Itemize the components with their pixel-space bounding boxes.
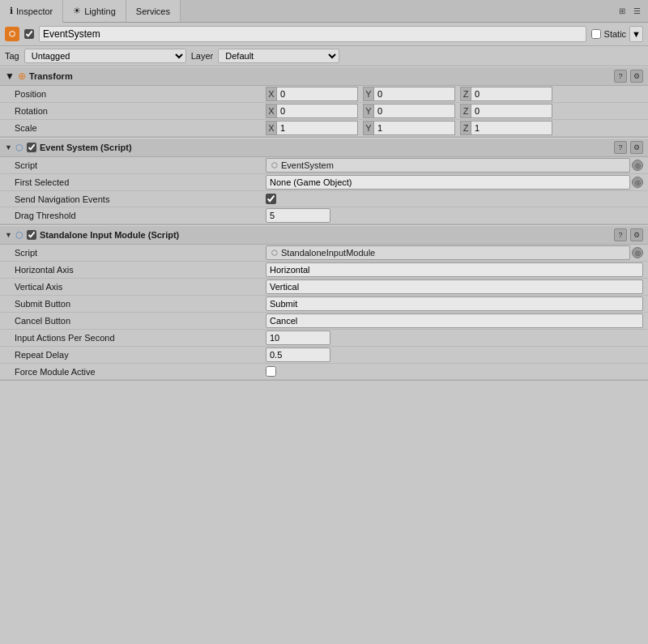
standalone-icon: ⬡ [15, 230, 23, 241]
horizontal-axis-label: Horizontal Axis [15, 265, 266, 275]
layer-select[interactable]: Default [218, 49, 339, 63]
standalone-settings-btn[interactable]: ⚙ [630, 228, 643, 241]
tag-select[interactable]: Untagged [24, 49, 186, 63]
pos-x-input[interactable] [277, 87, 358, 101]
vertical-axis-label: Vertical Axis [15, 282, 266, 292]
event-system-component: ▼ ⬡ Event System (Script) ? ⚙ Script ⬡ E… [0, 138, 648, 225]
pos-z-input[interactable] [471, 87, 552, 101]
repeat-delay-row: Repeat Delay [0, 347, 648, 364]
input-actions-row: Input Actions Per Second [0, 330, 648, 347]
event-system-title: Event System (Script) [40, 143, 611, 152]
submit-button-row: Submit Button [0, 296, 648, 313]
scale-z-input[interactable] [471, 121, 552, 135]
tag-layer-row: Tag Untagged Layer Default [0, 46, 648, 66]
standalone-script-value: StandaloneInputModule [281, 248, 375, 258]
input-actions-input[interactable] [266, 331, 330, 345]
standalone-input-component: ▼ ⬡ Standalone Input Module (Script) ? ⚙… [0, 225, 648, 381]
event-script-label: Script [15, 160, 266, 170]
first-selected-input[interactable] [266, 175, 630, 190]
first-selected-select-btn[interactable]: ◎ [632, 177, 643, 188]
event-script-select-btn[interactable]: ◎ [632, 160, 643, 171]
force-module-checkbox[interactable] [266, 366, 276, 377]
scale-xyz: X Y Z [266, 121, 643, 135]
inspector-scroll: ▼ ⊕ Transform ? ⚙ Position X Y Z Rotatio… [0, 66, 648, 642]
event-script-icon: ⬡ [271, 161, 278, 169]
toolbar: ⬡ Static ▼ [0, 23, 648, 46]
rotation-xyz: X Y Z [266, 104, 643, 118]
submit-button-input[interactable] [266, 296, 643, 311]
object-active-checkbox[interactable] [24, 29, 34, 39]
rot-x-label: X [266, 104, 277, 118]
standalone-script-label: Script [15, 248, 266, 258]
scale-y-input[interactable] [374, 121, 455, 135]
input-actions-label: Input Actions Per Second [15, 333, 266, 343]
transform-doc-btn[interactable]: ? [614, 70, 627, 83]
vertical-axis-input[interactable] [266, 279, 643, 294]
event-system-settings-btn[interactable]: ⚙ [630, 141, 643, 154]
tab-services[interactable]: Services [126, 0, 181, 22]
event-system-doc-btn[interactable]: ? [614, 141, 627, 154]
repeat-delay-label: Repeat Delay [15, 350, 266, 360]
transform-component: ▼ ⊕ Transform ? ⚙ Position X Y Z Rotatio… [0, 66, 648, 138]
tag-label: Tag [5, 51, 19, 61]
cancel-button-input[interactable] [266, 313, 643, 328]
tab-bar: ℹ Inspector ☀ Lighting Services ⊞ ☰ [0, 0, 648, 23]
bottom-area: Add Component 🔍 ✕ Search ⬡ GazeInputModu… [0, 381, 648, 583]
tab-inspector-label: Inspector [16, 6, 53, 16]
layout-icon[interactable]: ⊞ [616, 5, 628, 17]
lighting-icon: ☀ [73, 6, 81, 16]
static-dropdown-btn[interactable]: ▼ [629, 26, 643, 42]
rot-z-label: Z [460, 104, 471, 118]
standalone-checkbox[interactable] [27, 230, 36, 240]
drag-threshold-row: Drag Threshold [0, 207, 648, 224]
send-nav-checkbox[interactable] [266, 194, 276, 204]
standalone-header[interactable]: ▼ ⬡ Standalone Input Module (Script) ? ⚙ [0, 225, 648, 245]
repeat-delay-input[interactable] [266, 348, 330, 362]
position-row: Position X Y Z [0, 86, 648, 103]
send-nav-row: Send Navigation Events [0, 191, 648, 207]
transform-header[interactable]: ▼ ⊕ Transform ? ⚙ [0, 66, 648, 86]
event-system-header[interactable]: ▼ ⬡ Event System (Script) ? ⚙ [0, 138, 648, 157]
standalone-script-row: Script ⬡ StandaloneInputModule ◎ [0, 245, 648, 262]
tab-lighting[interactable]: ☀ Lighting [63, 0, 126, 22]
scale-x-input[interactable] [277, 121, 358, 135]
event-system-checkbox[interactable] [27, 143, 36, 152]
rot-y-label: Y [363, 104, 374, 118]
standalone-script-select-btn[interactable]: ◎ [632, 247, 643, 258]
tab-inspector[interactable]: ℹ Inspector [0, 0, 63, 23]
object-icon: ⬡ [5, 27, 19, 41]
vertical-axis-row: Vertical Axis [0, 279, 648, 296]
rotation-label: Rotation [15, 106, 266, 116]
pos-y-input[interactable] [374, 87, 455, 101]
transform-icon: ⊕ [18, 70, 26, 82]
first-selected-row: First Selected ◎ [0, 174, 648, 191]
standalone-title: Standalone Input Module (Script) [40, 230, 611, 240]
position-label: Position [15, 89, 266, 99]
transform-settings-btn[interactable]: ⚙ [630, 70, 643, 83]
tab-services-label: Services [136, 6, 170, 16]
rot-z-input[interactable] [471, 104, 552, 118]
standalone-doc-btn[interactable]: ? [614, 228, 627, 241]
menu-icon[interactable]: ☰ [631, 5, 643, 17]
event-system-icon: ⬡ [15, 143, 23, 153]
scale-label: Scale [15, 123, 266, 133]
static-checkbox[interactable] [591, 29, 601, 39]
force-module-label: Force Module Active [15, 367, 266, 377]
object-name-field[interactable] [39, 26, 586, 42]
rot-y-input[interactable] [374, 104, 455, 118]
drag-threshold-input[interactable] [266, 208, 330, 223]
pos-z-label: Z [460, 87, 471, 101]
scale-y-label: Y [363, 121, 374, 135]
event-system-arrow: ▼ [5, 143, 12, 151]
horizontal-axis-input[interactable] [266, 262, 643, 277]
pos-y-label: Y [363, 87, 374, 101]
event-script-value: EventSystem [281, 160, 334, 170]
transform-title: Transform [29, 71, 611, 81]
rot-x-input[interactable] [277, 104, 358, 118]
standalone-arrow: ▼ [5, 231, 12, 239]
event-script-field: ⬡ EventSystem [266, 158, 630, 173]
force-module-row: Force Module Active [0, 364, 648, 380]
cancel-button-label: Cancel Button [15, 316, 266, 326]
scale-z-label: Z [460, 121, 471, 135]
tab-lighting-label: Lighting [84, 6, 116, 16]
